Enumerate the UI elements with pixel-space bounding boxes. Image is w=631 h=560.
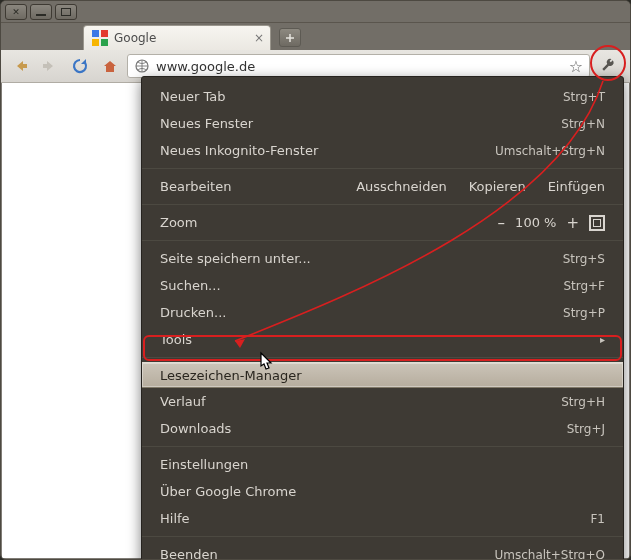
menu-item-label: Hilfe: [160, 511, 190, 526]
window-minimize-button[interactable]: [30, 4, 52, 20]
menu-separator: [142, 536, 623, 537]
back-button[interactable]: [7, 54, 33, 78]
menu-shortcut: Umschalt+Strg+N: [495, 144, 605, 158]
menu-item-label: Einstellungen: [160, 457, 248, 472]
url-text: www.google.de: [156, 59, 563, 74]
menu-settings[interactable]: Einstellungen: [142, 451, 623, 478]
menu-find[interactable]: Suchen... Strg+F: [142, 272, 623, 299]
menu-item-label: Neues Inkognito-Fenster: [160, 143, 318, 158]
chevron-right-icon: ▸: [600, 334, 605, 345]
browser-tab[interactable]: Google ×: [83, 25, 271, 50]
menu-new-tab[interactable]: Neuer Tab Strg+T: [142, 83, 623, 110]
menu-separator: [142, 357, 623, 358]
menu-print[interactable]: Drucken... Strg+P: [142, 299, 623, 326]
menu-new-incognito[interactable]: Neues Inkognito-Fenster Umschalt+Strg+N: [142, 137, 623, 164]
window-maximize-button[interactable]: [55, 4, 77, 20]
menu-edit-cut[interactable]: Ausschneiden: [356, 179, 446, 194]
menu-item-label: Neuer Tab: [160, 89, 225, 104]
menu-shortcut: Strg+H: [561, 395, 605, 409]
window-titlebar: [1, 1, 630, 23]
zoom-level: 100 %: [515, 215, 556, 230]
menu-exit[interactable]: Beenden Umschalt+Strg+Q: [142, 541, 623, 560]
svg-rect-0: [92, 30, 99, 37]
menu-item-label: Zoom: [160, 215, 197, 230]
menu-shortcut: Strg+F: [563, 279, 605, 293]
menu-item-label: Drucken...: [160, 305, 226, 320]
menu-downloads[interactable]: Downloads Strg+J: [142, 415, 623, 442]
menu-item-label: Suchen...: [160, 278, 221, 293]
menu-about-chrome[interactable]: Über Google Chrome: [142, 478, 623, 505]
menu-separator: [142, 168, 623, 169]
svg-rect-3: [101, 39, 108, 46]
menu-edit-copy[interactable]: Kopieren: [469, 179, 526, 194]
menu-shortcut: Strg+P: [563, 306, 605, 320]
globe-icon: [134, 58, 150, 74]
bookmark-star-icon[interactable]: ☆: [569, 57, 583, 76]
zoom-out-button[interactable]: –: [498, 214, 506, 232]
address-bar[interactable]: www.google.de ☆: [127, 54, 590, 78]
svg-rect-2: [92, 39, 99, 46]
menu-shortcut: F1: [590, 512, 605, 526]
menu-separator: [142, 240, 623, 241]
menu-item-label: Beenden: [160, 547, 218, 560]
tab-close-icon[interactable]: ×: [254, 31, 264, 45]
browser-window: Google × www.google.de ☆: [0, 0, 631, 560]
menu-item-label: Neues Fenster: [160, 116, 253, 131]
menu-zoom: Zoom – 100 % +: [142, 209, 623, 236]
menu-shortcut: Strg+S: [563, 252, 605, 266]
fullscreen-button[interactable]: [589, 215, 605, 231]
menu-help[interactable]: Hilfe F1: [142, 505, 623, 532]
tab-strip: Google ×: [1, 23, 630, 50]
menu-tools[interactable]: Tools ▸: [142, 326, 623, 353]
forward-button[interactable]: [37, 54, 63, 78]
tab-title: Google: [114, 31, 156, 45]
google-favicon-icon: [92, 30, 108, 46]
reload-button[interactable]: [67, 54, 93, 78]
menu-new-window[interactable]: Neues Fenster Strg+N: [142, 110, 623, 137]
home-button[interactable]: [97, 54, 123, 78]
menu-separator: [142, 446, 623, 447]
menu-shortcut: Umschalt+Strg+Q: [494, 548, 605, 561]
wrench-menu: Neuer Tab Strg+T Neues Fenster Strg+N Ne…: [141, 76, 624, 560]
menu-item-label: Verlauf: [160, 394, 206, 409]
window-close-button[interactable]: [5, 4, 27, 20]
menu-item-label: Bearbeiten: [160, 179, 231, 194]
menu-edit: Bearbeiten Ausschneiden Kopieren Einfüge…: [142, 173, 623, 200]
menu-item-label: Seite speichern unter...: [160, 251, 311, 266]
menu-item-label: Tools: [160, 332, 192, 347]
menu-save-page-as[interactable]: Seite speichern unter... Strg+S: [142, 245, 623, 272]
svg-rect-1: [101, 30, 108, 37]
menu-shortcut: Strg+T: [563, 90, 605, 104]
menu-item-label: Lesezeichen-Manager: [160, 368, 302, 383]
new-tab-button[interactable]: [279, 28, 301, 47]
menu-history[interactable]: Verlauf Strg+H: [142, 388, 623, 415]
zoom-in-button[interactable]: +: [566, 214, 579, 232]
menu-bookmark-manager[interactable]: Lesezeichen-Manager: [142, 362, 623, 388]
menu-item-label: Downloads: [160, 421, 231, 436]
menu-edit-paste[interactable]: Einfügen: [548, 179, 605, 194]
menu-separator: [142, 204, 623, 205]
menu-item-label: Über Google Chrome: [160, 484, 296, 499]
menu-shortcut: Strg+N: [561, 117, 605, 131]
menu-shortcut: Strg+J: [567, 422, 605, 436]
